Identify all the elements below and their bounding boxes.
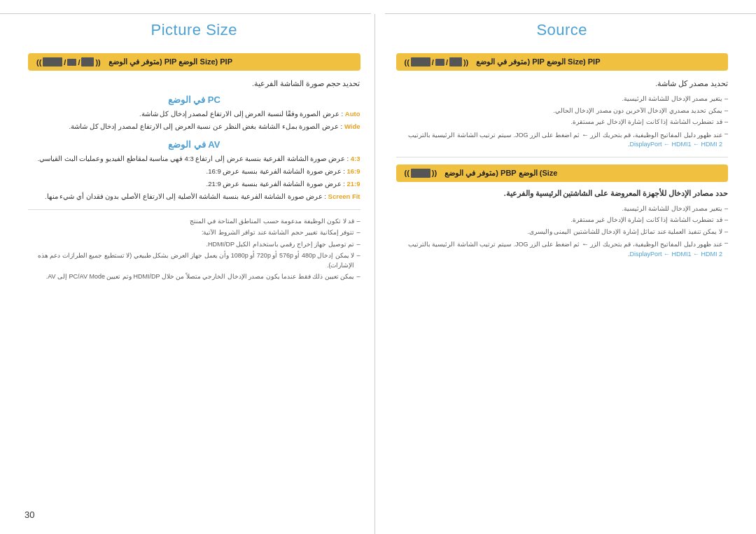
auto-label: Auto <box>345 110 360 118</box>
pip-subtitle-left: تحديد حجم صورة الشاشة الفرعية. <box>28 79 360 87</box>
pip-note-right-2: يمكن تحديد مصدري الإدخال الآخرين دون مصد… <box>396 106 729 116</box>
note-left-4: لا يمكن إدخال 480p أو 576p أو 720p أو 10… <box>28 251 360 270</box>
pbp-header-text: Size) الوضع PBP (متوفر في الوضع <box>444 169 557 178</box>
icon-medium-right <box>435 59 444 66</box>
av-list-item-169: 16:9 : عرض صورة الشاشة الفرعية بنسبة عرض… <box>28 167 360 176</box>
pbp-note-2: قد تضطرب الشاشة إذا كانت إشارة الإدخال غ… <box>396 216 729 225</box>
wide-text: : عرض الصورة بملء الشاشة بغض النظر عن نس… <box>69 122 342 130</box>
pbp-note-1: يتغير مصدر الإدخال للشاشة الرئيسية. <box>396 204 729 214</box>
auto-text: : عرض الصورة وفقًا لنسبة العرض إلى الارت… <box>139 110 343 118</box>
av-list-item-screenfit: Screen Fit : عرض صورة الشاشة الفرعية بنس… <box>28 192 360 202</box>
note-left-1: قد لا تكون الوظيفة مدعومة حسب المناطق ال… <box>28 217 360 227</box>
label-screenfit: Screen Fit <box>328 192 360 200</box>
icon-small-right <box>411 57 430 66</box>
arrow-icon-pip: ← <box>582 129 589 140</box>
columns-container: Picture Size Size) PIP الوضع PIP (متوفر … <box>0 14 756 534</box>
av-list-item-219: 21:9 : عرض صورة الشاشة الفرعية بنسبة عرض… <box>28 179 360 189</box>
note-left-2: تتوفر إمكانية تغيير حجم الشاشة عند توافر… <box>28 228 360 238</box>
pbp-note-4: عند ظهور دليل المفاتيح الوظيفية، قم بتحر… <box>396 239 729 259</box>
pip-note-right-1: يتغير مصدر الإدخال للشاشة الرئيسية. <box>396 94 729 104</box>
pc-list-item-wide: Wide : عرض الصورة بملء الشاشة بغض النظر … <box>28 122 360 132</box>
pbp-icons: (( )) <box>405 169 438 178</box>
note-left-5: يمكن تعيين ذلك فقط عندما يكون مصدر الإدخ… <box>28 272 360 282</box>
pc-list: Auto : عرض الصورة وفقًا لنسبة العرض إلى … <box>28 109 360 132</box>
pbp-subtitle: حدد مصادر الإدخال للأجهزة المعروضة على ا… <box>396 189 729 197</box>
text-screenfit: : عرض صورة الشاشة الفرعية بنسبة الشاشة ا… <box>45 192 326 200</box>
pip-icons-right: (( / / )) <box>405 57 469 66</box>
av-list: 4:3 : عرض صورة الشاشة الفرعية بنسبة عرض … <box>28 154 360 202</box>
icon-pbp-large <box>411 169 430 178</box>
pbp-note-3: لا يمكن تنفيذ العملية عند تماثل إشارة ال… <box>396 227 729 237</box>
label-219: 21:9 <box>346 180 360 188</box>
pip-header-box-right: Size) PIP الوضع PIP (متوفر في الوضع (( /… <box>396 53 729 71</box>
icon-medium-left <box>67 59 76 66</box>
notes-divider-left <box>28 209 360 210</box>
label-169: 16:9 <box>346 167 360 175</box>
icon-large-left <box>81 57 94 66</box>
subsection-pc-title: في الوضع PC <box>28 94 360 105</box>
notes-divider-right <box>396 157 729 157</box>
text-43: : عرض صورة الشاشة الفرعية بنسبة عرض إلى … <box>37 155 349 162</box>
pip-header-box-left: Size) PIP الوضع PIP (متوفر في الوضع (( /… <box>28 53 360 71</box>
pip-note-right-4: عند ظهور دليل المفاتيح الوظيفية، قم بتحر… <box>396 129 729 150</box>
pc-list-item-auto: Auto : عرض الصورة وفقًا لنسبة العرض إلى … <box>28 109 360 119</box>
pip-subtitle-right: تحديد مصدر كل شاشة. <box>396 79 729 87</box>
icon-small-left <box>43 57 62 66</box>
pbp-header-box: Size) الوضع PBP (متوفر في الوضع (( )) <box>396 164 729 182</box>
arrow-icon-pbp: ← <box>582 239 589 249</box>
right-section-title: Source <box>396 21 729 39</box>
pip-header-text-right: Size) PIP الوضع PIP (متوفر في الوضع <box>476 57 600 66</box>
label-43: 4:3 <box>351 155 360 162</box>
wide-label: Wide <box>344 122 360 130</box>
page: Picture Size Size) PIP الوضع PIP (متوفر … <box>0 0 756 534</box>
icon-large-right <box>449 57 462 66</box>
right-column: Source Size) PIP الوضع PIP (متوفر في الو… <box>375 14 736 534</box>
note-left-3: تم توصيل جهاز إخراج رقمي باستخدام الكبل … <box>28 240 360 250</box>
av-list-item-43: 4:3 : عرض صورة الشاشة الفرعية بنسبة عرض … <box>28 154 360 164</box>
left-column: Picture Size Size) PIP الوضع PIP (متوفر … <box>21 14 375 534</box>
display-order-pbp: DisplayPort ← HDMI1 ← HDMI 2 <box>629 251 722 258</box>
left-section-title: Picture Size <box>28 21 360 39</box>
page-number: 30 <box>24 510 34 520</box>
pip-note-right-3: قد تضطرب الشاشة إذا كانت إشارة الإدخال غ… <box>396 118 729 127</box>
display-order-pip: DisplayPort ← HDMI1 ← HDMI 2 <box>629 141 722 148</box>
subsection-av-title: في الوضع AV <box>28 139 360 150</box>
pip-icons-left: (( / / )) <box>36 57 101 66</box>
text-169: : عرض صورة الشاشة الفرعية بنسبة عرض 16:9… <box>206 167 345 175</box>
pip-header-text-left: Size) PIP الوضع PIP (متوفر في الوضع <box>108 57 232 66</box>
text-219: : عرض صورة الشاشة الفرعية بنسبة عرض 21:9… <box>206 180 345 188</box>
